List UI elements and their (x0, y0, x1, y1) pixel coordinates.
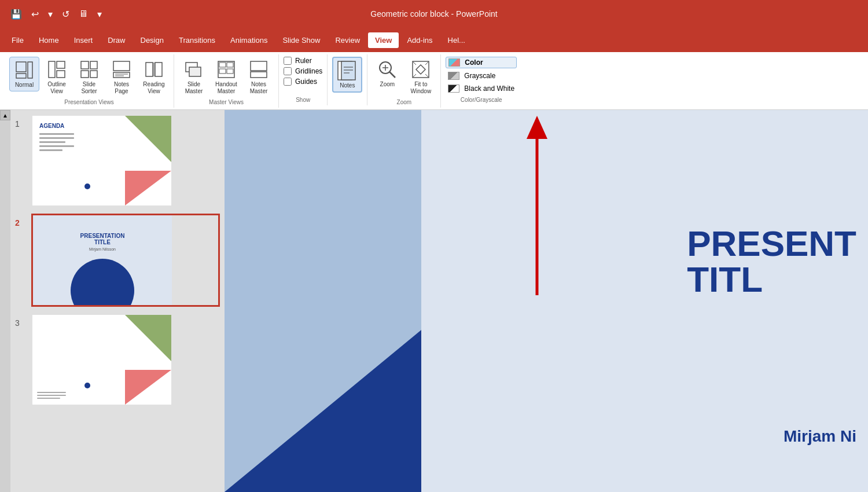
thumb1-red-triangle (125, 171, 171, 205)
guides-checkbox-label[interactable]: Guides (284, 78, 322, 86)
thumb1-title: AGENDA (39, 123, 64, 129)
menu-help[interactable]: Hel... (441, 32, 472, 48)
notes-btn-label: Notes (340, 82, 355, 89)
svg-rect-25 (251, 72, 267, 78)
customize-button[interactable]: 🖥 (75, 6, 91, 21)
slide-thumb-2[interactable]: PRESENTATIONTITLE Mirjam Nilsson (31, 214, 220, 307)
thumb1-dot (84, 183, 90, 189)
notes-buttons: Notes (332, 57, 362, 103)
svg-rect-8 (81, 71, 89, 78)
reading-view-btn[interactable]: ReadingView (139, 57, 169, 97)
outline-view-label: OutlineView (47, 81, 66, 95)
slide-master-label: SlideMaster (185, 81, 203, 95)
menu-transitions[interactable]: Transitions (172, 32, 222, 48)
thumb1-green-triangle (125, 116, 171, 162)
grayscale-option[interactable]: Grayscale (446, 71, 517, 81)
scroll-track[interactable]: ▲ (0, 110, 10, 492)
ruler-checkbox-label[interactable]: Ruler (284, 57, 322, 65)
bw-option[interactable]: Black and White (446, 83, 517, 94)
menu-bar: File Home Insert Draw Design Transitions… (0, 28, 868, 52)
menu-review[interactable]: Review (328, 32, 367, 48)
customize-dropdown[interactable]: ▾ (94, 6, 105, 22)
reading-view-icon (144, 59, 164, 80)
show-group-label: Show (279, 97, 327, 103)
outline-view-btn[interactable]: OutlineView (42, 57, 72, 97)
svg-rect-18 (189, 67, 201, 76)
guides-checkbox[interactable] (284, 78, 292, 86)
menu-insert[interactable]: Insert (67, 32, 100, 48)
thumb2-circle (71, 259, 134, 305)
svg-rect-15 (155, 63, 162, 76)
menu-draw[interactable]: Draw (101, 32, 132, 48)
slide-thumb-3[interactable] (31, 314, 220, 406)
undo-button[interactable]: ↩ (28, 6, 42, 22)
slide-sorter-btn[interactable]: SlideSorter (74, 57, 104, 97)
slide-thumb-1[interactable]: AGENDA (31, 115, 220, 207)
save-button[interactable]: 💾 (7, 6, 25, 22)
slide-2-content: PRESENTATIONTITLE Mirjam Nilsson (33, 215, 172, 305)
thumb1-line-1 (39, 133, 74, 135)
svg-rect-4 (57, 61, 65, 68)
notes-master-btn[interactable]: NotesMaster (244, 57, 274, 97)
svg-rect-21 (227, 63, 233, 67)
slide-sorter-icon (79, 59, 100, 80)
gridlines-checkbox[interactable] (284, 67, 292, 75)
zoom-btn[interactable]: Zoom (372, 57, 402, 90)
color-option[interactable]: Color (446, 57, 517, 68)
main-slide: PRESENT TITL Mirjam Ni (225, 110, 868, 492)
title-bar: 💾 ↩ ▾ ↺ 🖥 ▾ Geometric color block - Powe… (0, 0, 868, 28)
slide-master-btn[interactable]: SlideMaster (179, 57, 209, 97)
redo-button[interactable]: ↺ (58, 6, 73, 22)
normal-btn[interactable]: Normal (9, 57, 39, 91)
svg-rect-14 (146, 63, 153, 76)
handout-master-label: HandoutMaster (215, 81, 237, 95)
ribbon-group-show: Ruler Gridlines Guides Show (279, 54, 328, 105)
menu-slideshow[interactable]: Slide Show (275, 32, 327, 48)
menu-animations[interactable]: Animations (223, 32, 274, 48)
color-grayscale-label: Color/Grayscale (441, 97, 521, 103)
main-slide-dark-triangle (225, 330, 421, 492)
gridlines-label: Gridlines (295, 67, 322, 75)
window-title: Geometric color block - PowerPoint (370, 9, 497, 19)
svg-rect-5 (57, 71, 65, 78)
master-views-label: Master Views (174, 99, 278, 105)
ribbon-group-zoom: Zoom Fit toWindow Zoom (367, 54, 441, 108)
notes-btn[interactable]: Notes (332, 57, 362, 93)
slide-thumb-container-3: 3 (15, 314, 220, 406)
menu-addins[interactable]: Add-ins (400, 32, 439, 48)
menu-home[interactable]: Home (32, 32, 66, 48)
notes-page-btn[interactable]: NotesPage (106, 57, 137, 97)
color-swatch (448, 58, 460, 67)
scroll-up-btn[interactable]: ▲ (0, 110, 10, 120)
ruler-checkbox[interactable] (284, 57, 292, 65)
svg-rect-2 (28, 62, 32, 78)
slide-thumb-container-1: 1 AGENDA (15, 115, 220, 207)
thumb2-title: PRESENTATIONTITLE (80, 233, 125, 245)
menu-view[interactable]: View (368, 32, 399, 48)
fit-to-window-btn[interactable]: Fit toWindow (406, 57, 436, 97)
slide-thumb-container-2: 2 PRESENTATIONTITLE Mirjam Nilsson (15, 214, 220, 307)
svg-line-37 (425, 61, 429, 65)
menu-file[interactable]: File (5, 32, 31, 48)
svg-rect-9 (90, 71, 97, 78)
gridlines-checkbox-label[interactable]: Gridlines (284, 67, 322, 75)
thumb3-red-triangle (125, 370, 171, 405)
color-label: Color (465, 58, 483, 67)
undo-dropdown[interactable]: ▾ (45, 6, 56, 22)
slide-num-2: 2 (15, 214, 27, 227)
ribbon-group-master-views: SlideMaster HandoutMaster (174, 54, 279, 108)
notes-btn-icon (337, 60, 358, 81)
slide-3-content (32, 315, 171, 405)
thumb1-line-5 (39, 149, 62, 151)
ribbon: Normal OutlineView (0, 52, 868, 110)
handout-master-btn[interactable]: HandoutMaster (211, 57, 241, 97)
zoom-icon (377, 59, 398, 80)
notes-page-icon (111, 59, 132, 80)
quick-access-toolbar: 💾 ↩ ▾ ↺ 🖥 ▾ (7, 6, 105, 22)
ruler-label: Ruler (295, 57, 312, 65)
svg-line-36 (413, 61, 416, 65)
slide-1-content: AGENDA (32, 116, 171, 205)
normal-label: Normal (15, 82, 34, 89)
main-area: ▲ 1 AGENDA (0, 110, 868, 492)
menu-design[interactable]: Design (134, 32, 171, 48)
